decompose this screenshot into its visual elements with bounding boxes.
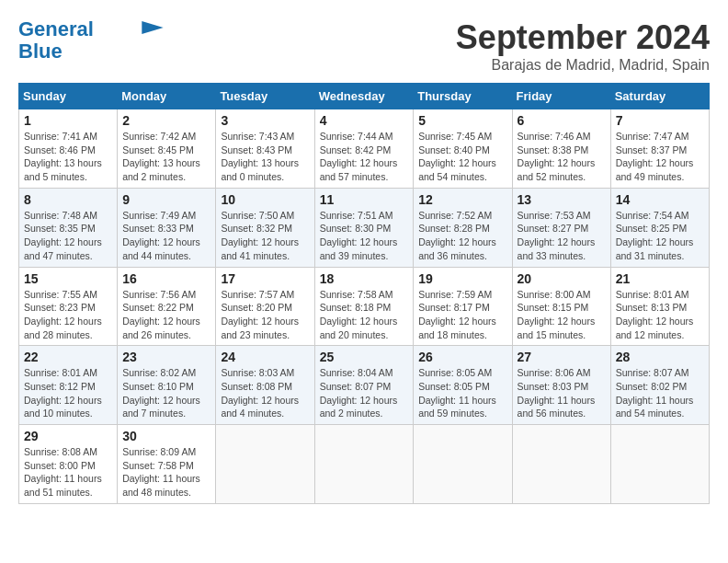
day-info: Sunrise: 7:48 AM Sunset: 8:35 PM Dayligh… bbox=[24, 209, 112, 263]
calendar-week-row: 29Sunrise: 8:08 AM Sunset: 8:00 PM Dayli… bbox=[19, 425, 710, 504]
day-cell: 15Sunrise: 7:55 AM Sunset: 8:23 PM Dayli… bbox=[19, 267, 118, 346]
column-header-tuesday: Tuesday bbox=[216, 84, 314, 109]
day-cell: 14Sunrise: 7:54 AM Sunset: 8:25 PM Dayli… bbox=[610, 188, 709, 267]
calendar-subtitle: Barajas de Madrid, Madrid, Spain bbox=[456, 57, 710, 74]
day-info: Sunrise: 8:02 AM Sunset: 8:10 PM Dayligh… bbox=[122, 366, 210, 420]
day-info: Sunrise: 8:07 AM Sunset: 8:02 PM Dayligh… bbox=[616, 366, 704, 420]
day-number: 21 bbox=[616, 271, 704, 286]
calendar-week-row: 1Sunrise: 7:41 AM Sunset: 8:46 PM Daylig… bbox=[19, 109, 710, 189]
day-number: 9 bbox=[122, 192, 210, 207]
day-cell: 1Sunrise: 7:41 AM Sunset: 8:46 PM Daylig… bbox=[19, 109, 118, 189]
day-number: 2 bbox=[122, 113, 210, 128]
day-cell: 13Sunrise: 7:53 AM Sunset: 8:27 PM Dayli… bbox=[512, 188, 610, 267]
day-cell: 5Sunrise: 7:45 AM Sunset: 8:40 PM Daylig… bbox=[414, 109, 512, 189]
day-cell: 12Sunrise: 7:52 AM Sunset: 8:28 PM Dayli… bbox=[414, 188, 512, 267]
day-number: 25 bbox=[320, 350, 409, 364]
day-info: Sunrise: 7:56 AM Sunset: 8:22 PM Dayligh… bbox=[122, 288, 210, 342]
day-number: 20 bbox=[518, 271, 606, 286]
empty-cell bbox=[314, 425, 414, 504]
day-cell: 18Sunrise: 7:58 AM Sunset: 8:18 PM Dayli… bbox=[314, 267, 414, 346]
day-info: Sunrise: 7:51 AM Sunset: 8:30 PM Dayligh… bbox=[320, 209, 409, 263]
day-number: 27 bbox=[518, 350, 606, 364]
day-cell: 19Sunrise: 7:59 AM Sunset: 8:17 PM Dayli… bbox=[414, 267, 512, 346]
logo-text: General bbox=[18, 18, 94, 40]
day-number: 8 bbox=[24, 192, 112, 207]
day-cell: 20Sunrise: 8:00 AM Sunset: 8:15 PM Dayli… bbox=[512, 267, 610, 346]
day-info: Sunrise: 7:49 AM Sunset: 8:33 PM Dayligh… bbox=[122, 209, 210, 263]
calendar-week-row: 22Sunrise: 8:01 AM Sunset: 8:12 PM Dayli… bbox=[19, 346, 710, 425]
day-info: Sunrise: 7:46 AM Sunset: 8:38 PM Dayligh… bbox=[518, 130, 606, 184]
calendar-header-row: SundayMondayTuesdayWednesdayThursdayFrid… bbox=[19, 84, 710, 109]
day-cell: 27Sunrise: 8:06 AM Sunset: 8:03 PM Dayli… bbox=[512, 346, 610, 425]
calendar-week-row: 15Sunrise: 7:55 AM Sunset: 8:23 PM Dayli… bbox=[19, 267, 710, 346]
empty-cell bbox=[414, 425, 512, 504]
day-info: Sunrise: 8:01 AM Sunset: 8:12 PM Dayligh… bbox=[24, 366, 112, 420]
day-number: 18 bbox=[320, 271, 409, 286]
column-header-sunday: Sunday bbox=[19, 84, 118, 109]
logo-icon bbox=[142, 21, 164, 34]
column-header-monday: Monday bbox=[118, 84, 216, 109]
day-cell: 23Sunrise: 8:02 AM Sunset: 8:10 PM Dayli… bbox=[118, 346, 216, 425]
day-number: 29 bbox=[24, 429, 112, 443]
column-header-friday: Friday bbox=[512, 84, 610, 109]
day-number: 15 bbox=[24, 271, 112, 286]
day-number: 10 bbox=[221, 192, 309, 207]
day-info: Sunrise: 7:50 AM Sunset: 8:32 PM Dayligh… bbox=[221, 209, 309, 263]
day-cell: 8Sunrise: 7:48 AM Sunset: 8:35 PM Daylig… bbox=[19, 188, 118, 267]
day-cell: 22Sunrise: 8:01 AM Sunset: 8:12 PM Dayli… bbox=[19, 346, 118, 425]
day-cell: 3Sunrise: 7:43 AM Sunset: 8:43 PM Daylig… bbox=[216, 109, 314, 189]
day-info: Sunrise: 7:45 AM Sunset: 8:40 PM Dayligh… bbox=[418, 130, 506, 184]
day-info: Sunrise: 8:06 AM Sunset: 8:03 PM Dayligh… bbox=[518, 366, 606, 420]
day-number: 26 bbox=[418, 350, 506, 364]
column-header-saturday: Saturday bbox=[610, 84, 709, 109]
day-info: Sunrise: 8:01 AM Sunset: 8:13 PM Dayligh… bbox=[616, 288, 704, 342]
day-number: 13 bbox=[518, 192, 606, 207]
day-cell: 4Sunrise: 7:44 AM Sunset: 8:42 PM Daylig… bbox=[314, 109, 414, 189]
day-info: Sunrise: 7:47 AM Sunset: 8:37 PM Dayligh… bbox=[616, 130, 704, 184]
day-number: 12 bbox=[418, 192, 506, 207]
day-info: Sunrise: 7:53 AM Sunset: 8:27 PM Dayligh… bbox=[518, 209, 606, 263]
column-header-wednesday: Wednesday bbox=[314, 84, 414, 109]
day-cell: 10Sunrise: 7:50 AM Sunset: 8:32 PM Dayli… bbox=[216, 188, 314, 267]
day-cell: 6Sunrise: 7:46 AM Sunset: 8:38 PM Daylig… bbox=[512, 109, 610, 189]
empty-cell bbox=[216, 425, 314, 504]
day-info: Sunrise: 8:04 AM Sunset: 8:07 PM Dayligh… bbox=[320, 366, 409, 420]
empty-cell bbox=[512, 425, 610, 504]
day-info: Sunrise: 8:09 AM Sunset: 7:58 PM Dayligh… bbox=[122, 445, 210, 500]
day-cell: 9Sunrise: 7:49 AM Sunset: 8:33 PM Daylig… bbox=[118, 188, 216, 267]
calendar-title: September 2024 bbox=[456, 18, 710, 57]
day-number: 5 bbox=[418, 113, 506, 128]
page-header: General Blue September 2024 Barajas de M… bbox=[18, 18, 710, 74]
day-info: Sunrise: 8:00 AM Sunset: 8:15 PM Dayligh… bbox=[518, 288, 606, 342]
day-cell: 7Sunrise: 7:47 AM Sunset: 8:37 PM Daylig… bbox=[610, 109, 709, 189]
day-cell: 29Sunrise: 8:08 AM Sunset: 8:00 PM Dayli… bbox=[19, 425, 118, 504]
day-info: Sunrise: 8:03 AM Sunset: 8:08 PM Dayligh… bbox=[221, 366, 309, 420]
day-cell: 21Sunrise: 8:01 AM Sunset: 8:13 PM Dayli… bbox=[610, 267, 709, 346]
day-info: Sunrise: 7:41 AM Sunset: 8:46 PM Dayligh… bbox=[24, 130, 112, 184]
day-info: Sunrise: 7:55 AM Sunset: 8:23 PM Dayligh… bbox=[24, 288, 112, 342]
day-info: Sunrise: 7:42 AM Sunset: 8:45 PM Dayligh… bbox=[122, 130, 210, 184]
calendar-table: SundayMondayTuesdayWednesdayThursdayFrid… bbox=[18, 83, 710, 504]
day-number: 16 bbox=[122, 271, 210, 286]
day-cell: 16Sunrise: 7:56 AM Sunset: 8:22 PM Dayli… bbox=[118, 267, 216, 346]
day-info: Sunrise: 7:52 AM Sunset: 8:28 PM Dayligh… bbox=[418, 209, 506, 263]
day-cell: 25Sunrise: 8:04 AM Sunset: 8:07 PM Dayli… bbox=[314, 346, 414, 425]
day-number: 23 bbox=[122, 350, 210, 364]
day-number: 11 bbox=[320, 192, 409, 207]
day-number: 19 bbox=[418, 271, 506, 286]
empty-cell bbox=[610, 425, 709, 504]
day-info: Sunrise: 7:58 AM Sunset: 8:18 PM Dayligh… bbox=[320, 288, 409, 342]
day-info: Sunrise: 7:43 AM Sunset: 8:43 PM Dayligh… bbox=[221, 130, 309, 184]
day-number: 6 bbox=[518, 113, 606, 128]
day-cell: 2Sunrise: 7:42 AM Sunset: 8:45 PM Daylig… bbox=[118, 109, 216, 189]
calendar-week-row: 8Sunrise: 7:48 AM Sunset: 8:35 PM Daylig… bbox=[19, 188, 710, 267]
title-area: September 2024 Barajas de Madrid, Madrid… bbox=[456, 18, 710, 74]
day-number: 28 bbox=[616, 350, 704, 364]
day-info: Sunrise: 8:08 AM Sunset: 8:00 PM Dayligh… bbox=[24, 445, 112, 500]
day-info: Sunrise: 7:54 AM Sunset: 8:25 PM Dayligh… bbox=[616, 209, 704, 263]
day-cell: 30Sunrise: 8:09 AM Sunset: 7:58 PM Dayli… bbox=[118, 425, 216, 504]
logo-text-blue: Blue bbox=[18, 40, 63, 63]
day-number: 30 bbox=[122, 429, 210, 443]
svg-marker-0 bbox=[142, 21, 163, 34]
day-number: 3 bbox=[221, 113, 309, 128]
